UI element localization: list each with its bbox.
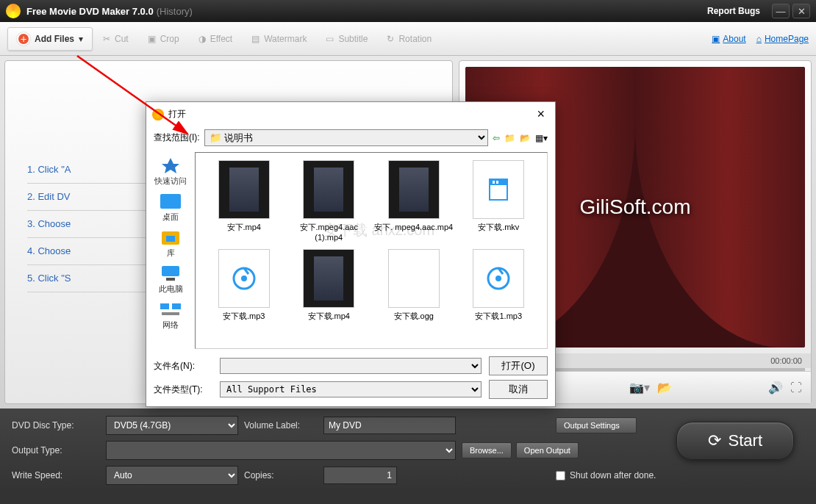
file-item[interactable]: 安下.mp4: [203, 160, 285, 242]
snapshot-button[interactable]: 📷▾: [629, 381, 650, 395]
filename-label: 文件名(N):: [154, 360, 212, 372]
toolbar: + Add Files ▾ ✂Cut ▣Crop ◑Effect ▤Waterm…: [0, 22, 816, 56]
file-item[interactable]: 安下载.mp4: [288, 249, 371, 322]
places-sidebar: 快速访问 桌面 库 此电脑 网络: [146, 149, 195, 352]
file-item[interactable]: 安下载.mp3: [203, 249, 285, 322]
filetype-select[interactable]: All Support Files: [220, 381, 482, 397]
copies-label: Copies:: [244, 470, 318, 480]
brand-text: GiliSoft.com: [580, 195, 691, 219]
volume-label-input[interactable]: [323, 417, 456, 434]
look-in-select[interactable]: 📁 说明书: [204, 129, 488, 146]
svg-rect-0: [160, 194, 181, 209]
homepage-link[interactable]: ⌂HomePage: [756, 34, 809, 44]
write-speed-label: Write Speed:: [12, 470, 100, 480]
blank-thumbnail-icon: [388, 249, 440, 308]
file-name: 安下.mp4: [227, 222, 261, 233]
dialog-icon: [152, 109, 164, 120]
svg-rect-3: [162, 266, 179, 276]
write-speed-select[interactable]: Auto: [106, 466, 238, 485]
file-item[interactable]: 安下载.mkv: [458, 160, 540, 242]
time-total: 00:00:00: [770, 356, 802, 365]
dialog-cancel-button[interactable]: 取消: [489, 380, 548, 399]
svg-rect-7: [162, 312, 179, 315]
browse-button[interactable]: Browse...: [462, 442, 512, 458]
file-item[interactable]: 安下载1.mp3: [458, 249, 540, 322]
dialog-title: 打开: [168, 108, 186, 120]
crop-icon: ▣: [148, 34, 156, 44]
file-name: 安下载1.mp3: [475, 311, 522, 322]
output-type-select[interactable]: [106, 441, 456, 460]
view-menu-icon[interactable]: ▦▾: [535, 133, 548, 143]
file-item[interactable]: 安下.mpeg4.aac (1).mp4: [288, 160, 371, 242]
file-name: 安下载.mkv: [478, 222, 519, 233]
svg-rect-2: [166, 236, 175, 242]
sidebar-this-pc[interactable]: 此电脑: [159, 264, 183, 295]
dialog-open-button[interactable]: 打开(O): [489, 356, 548, 375]
crop-button[interactable]: ▣Crop: [139, 29, 188, 48]
up-folder-icon[interactable]: 📁: [504, 133, 515, 143]
dialog-close-button[interactable]: ×: [532, 107, 549, 122]
back-icon[interactable]: ⇦: [493, 133, 500, 143]
video-thumbnail-icon: [388, 160, 440, 219]
output-settings-button[interactable]: Output Settings: [556, 417, 637, 433]
sidebar-libraries[interactable]: 库: [159, 228, 182, 259]
svg-point-15: [495, 276, 501, 281]
file-name: 安下载.mp4: [308, 311, 350, 322]
volume-label-label: Volume Label:: [244, 420, 318, 431]
file-name: 安下.mpeg4.aac (1).mp4: [288, 222, 371, 242]
shutdown-checkbox-label[interactable]: Shut down after done.: [556, 470, 804, 480]
about-icon: ▣: [712, 34, 720, 44]
video-thumbnail-icon: [303, 160, 354, 219]
close-button[interactable]: ✕: [792, 4, 810, 18]
start-button[interactable]: ⟳ Start: [676, 422, 794, 460]
sidebar-network[interactable]: 网络: [159, 300, 182, 331]
minimize-button[interactable]: —: [772, 4, 790, 18]
video-thumbnail-icon: [303, 249, 354, 308]
app-icon: [6, 4, 21, 18]
title-bar: Free Movie DVD Maker 7.0.0 (History) Rep…: [0, 0, 816, 22]
about-link[interactable]: ▣About: [712, 34, 745, 44]
scissors-icon: ✂: [103, 34, 110, 44]
new-folder-icon[interactable]: 📂: [520, 133, 531, 143]
file-item[interactable]: 安下. mpeg4.aac.mp4: [373, 160, 455, 242]
sidebar-desktop[interactable]: 桌面: [159, 192, 182, 223]
watermark-icon: ▤: [251, 34, 260, 44]
doc-thumbnail-icon: [473, 160, 524, 219]
output-type-label: Output Type:: [12, 445, 100, 456]
effect-button[interactable]: ◑Effect: [190, 29, 241, 48]
svg-rect-5: [160, 303, 169, 309]
filetype-label: 文件类型(T):: [154, 384, 212, 396]
rotation-button[interactable]: ↻Rotation: [378, 29, 440, 48]
refresh-icon: ⟳: [708, 431, 721, 450]
add-files-button[interactable]: + Add Files ▾: [7, 27, 93, 51]
fullscreen-button[interactable]: ⛶: [790, 381, 802, 395]
file-list[interactable]: 安下.mp4安下.mpeg4.aac (1).mp4安下. mpeg4.aac.…: [195, 152, 548, 349]
chevron-down-icon: ▾: [79, 34, 83, 44]
open-folder-button[interactable]: 📂: [657, 381, 672, 395]
app-title: Free Movie DVD Maker 7.0.0: [26, 6, 154, 17]
audio-thumbnail-icon: [218, 249, 270, 308]
svg-rect-4: [166, 278, 175, 281]
audio-thumbnail-icon: [473, 249, 524, 308]
file-name: 安下载.mp3: [223, 311, 265, 322]
subtitle-button[interactable]: ▭Subtitle: [317, 29, 376, 48]
filename-input[interactable]: [220, 358, 482, 374]
report-bugs-link[interactable]: Report Bugs: [707, 6, 760, 16]
history-link[interactable]: (History): [157, 6, 193, 17]
volume-button[interactable]: 🔊: [768, 381, 783, 395]
file-name: 安下. mpeg4.aac.mp4: [374, 222, 453, 233]
cut-button[interactable]: ✂Cut: [94, 29, 137, 48]
copies-input[interactable]: [323, 467, 397, 484]
disc-type-select[interactable]: DVD5 (4.7GB): [106, 416, 238, 435]
svg-rect-6: [172, 303, 181, 309]
open-file-dialog: 打开 × 查找范围(I): 📁 说明书 ⇦ 📁 📂 ▦▾ 快速访问 桌面 库 此…: [146, 101, 556, 407]
add-files-label: Add Files: [35, 34, 74, 44]
file-item[interactable]: 安下载.ogg: [373, 249, 455, 322]
look-in-label: 查找范围(I):: [154, 132, 200, 144]
video-thumbnail-icon: [218, 160, 270, 219]
watermark-button[interactable]: ▤Watermark: [243, 29, 315, 48]
shutdown-checkbox[interactable]: [556, 471, 565, 480]
sidebar-quick-access[interactable]: 快速访问: [154, 156, 187, 187]
open-output-button[interactable]: Open Output: [516, 442, 579, 458]
rotation-icon: ↻: [387, 34, 394, 44]
